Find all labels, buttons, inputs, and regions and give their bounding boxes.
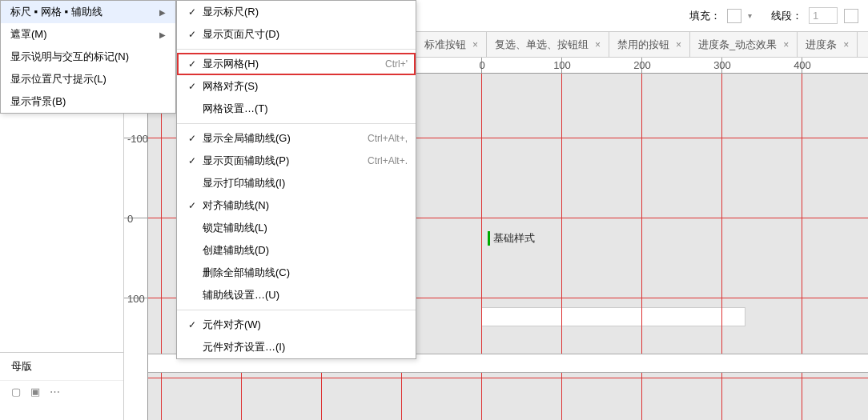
checkmark-icon: ✓ xyxy=(188,81,203,92)
submenu-item[interactable]: ✓网格对齐(S) xyxy=(177,75,416,98)
ruler-tick: 300 xyxy=(721,58,722,74)
ruler-tick: 100 xyxy=(124,298,148,298)
submenu-shortcut: Ctrl+' xyxy=(377,58,408,70)
submenu-item-label: 显示打印辅助线(I) xyxy=(203,176,400,190)
page-tab[interactable]: 标准按钮× xyxy=(416,32,487,57)
checkmark-icon: ✓ xyxy=(188,133,203,144)
submenu-item-label: 删除全部辅助线(C) xyxy=(203,266,400,280)
close-icon[interactable]: × xyxy=(472,39,478,50)
menu-item[interactable]: 显示背景(B) xyxy=(1,90,175,113)
line-width-input[interactable] xyxy=(809,7,838,24)
close-icon[interactable]: × xyxy=(783,39,789,50)
submenu-item-label: 显示页面辅助线(P) xyxy=(203,154,360,168)
submenu-item-label: 显示标尺(R) xyxy=(203,5,400,19)
page-tab[interactable]: 复选、单选、按钮组× xyxy=(487,32,609,57)
submenu-item-label: 元件对齐(W) xyxy=(203,318,400,332)
submenu-item[interactable]: ✓显示页面辅助线(P)Ctrl+Alt+. xyxy=(177,150,416,172)
sample-text-label[interactable]: 基础样式 xyxy=(484,230,538,247)
view-menu: 标尺 ▪ 网格 ▪ 辅助线▶遮罩(M)▶显示说明与交互的标记(N)显示位置尺寸提… xyxy=(0,0,176,114)
checkmark-icon: ✓ xyxy=(188,6,203,18)
submenu-item-label: 元件对齐设置…(I) xyxy=(203,340,400,354)
sample-widget-box[interactable] xyxy=(481,307,745,326)
fill-dropdown-icon[interactable]: ▾ xyxy=(748,11,752,20)
page-tab-label: 标准按钮 xyxy=(424,38,466,52)
submenu-item-label: 显示网格(H) xyxy=(203,57,377,71)
submenu-item[interactable]: 辅助线设置…(U) xyxy=(177,284,416,306)
ruler-tick: -100 xyxy=(124,138,148,138)
submenu-item[interactable]: ✓显示网格(H)Ctrl+' xyxy=(177,53,416,75)
grid-line-horizontal xyxy=(148,378,868,378)
line-swatch[interactable] xyxy=(844,9,858,23)
menu-item-label: 显示说明与交互的标记(N) xyxy=(10,50,129,64)
checkmark-icon: ✓ xyxy=(188,58,203,70)
submenu-item-label: 网格对齐(S) xyxy=(203,79,400,94)
submenu-item[interactable]: ✓元件对齐(W) xyxy=(177,314,416,336)
more-icon[interactable]: ⋯ xyxy=(50,386,60,398)
menu-item-label: 显示背景(B) xyxy=(10,94,66,109)
submenu-arrow-icon: ▶ xyxy=(159,8,166,17)
page-tabstrip: 标准按钮×复选、单选、按钮组×禁用的按钮×进度条_动态效果×进度条× xyxy=(416,32,868,58)
page-tab[interactable]: 进度条× xyxy=(798,32,858,57)
text-cursor-icon xyxy=(488,231,490,246)
line-label: 线段： xyxy=(771,9,802,23)
checkmark-icon: ✓ xyxy=(188,29,203,40)
page-tab-label: 禁用的按钮 xyxy=(617,38,669,52)
sample-text: 基础样式 xyxy=(493,231,535,246)
masters-tab[interactable]: 母版 xyxy=(0,353,123,381)
submenu-item-label: 创建辅助线(D) xyxy=(203,243,400,258)
page-tab[interactable]: 禁用的按钮× xyxy=(609,32,690,57)
submenu-item[interactable]: ✓显示标尺(R) xyxy=(177,1,416,23)
checkmark-icon: ✓ xyxy=(188,155,203,166)
submenu-item[interactable]: ✓显示页面尺寸(D) xyxy=(177,23,416,46)
page-tab-label: 进度条_动态效果 xyxy=(698,38,777,52)
masters-toolbar: ▢ ▣ ⋯ xyxy=(0,381,123,402)
submenu-item[interactable]: 创建辅助线(D) xyxy=(177,239,416,262)
submenu-item[interactable]: 网格设置…(T) xyxy=(177,98,416,120)
line-group: 线段： xyxy=(762,7,868,24)
menu-item[interactable]: 显示说明与交互的标记(N) xyxy=(1,46,175,68)
submenu-shortcut: Ctrl+Alt+. xyxy=(360,155,408,166)
menu-item[interactable]: 标尺 ▪ 网格 ▪ 辅助线▶ xyxy=(1,1,175,23)
submenu-item[interactable]: 显示打印辅助线(I) xyxy=(177,172,416,194)
left-bottom-panel: 母版 ▢ ▣ ⋯ xyxy=(0,352,124,420)
fill-group: 填充： ▾ xyxy=(680,9,762,23)
menu-item[interactable]: 显示位置尺寸提示(L) xyxy=(1,68,175,90)
fill-label: 填充： xyxy=(689,9,721,23)
close-icon[interactable]: × xyxy=(843,39,849,50)
menu-separator xyxy=(177,123,416,124)
menu-item-label: 标尺 ▪ 网格 ▪ 辅助线 xyxy=(10,5,102,19)
close-icon[interactable]: × xyxy=(595,39,601,50)
submenu-item[interactable]: ✓显示全局辅助线(G)Ctrl+Alt+, xyxy=(177,127,416,150)
submenu-arrow-icon: ▶ xyxy=(159,30,166,39)
submenu-item[interactable]: 元件对齐设置…(I) xyxy=(177,336,416,358)
submenu-item-label: 辅助线设置…(U) xyxy=(203,288,400,302)
ruler-tick: 0 xyxy=(124,218,148,218)
page-tab[interactable]: 进度条_动态效果× xyxy=(690,32,798,57)
submenu-item[interactable]: ✓对齐辅助线(N) xyxy=(177,194,416,217)
ruler-tick: 100 xyxy=(561,58,562,74)
submenu-item[interactable]: 删除全部辅助线(C) xyxy=(177,262,416,284)
submenu-item-label: 显示页面尺寸(D) xyxy=(203,27,400,42)
submenu-item-label: 锁定辅助线(L) xyxy=(203,221,400,235)
ruler-vertical[interactable]: -1000100 xyxy=(124,74,148,420)
submenu-item[interactable]: 锁定辅助线(L) xyxy=(177,217,416,239)
menu-separator xyxy=(177,310,416,310)
submenu-item-label: 显示全局辅助线(G) xyxy=(203,131,360,146)
add-page-icon[interactable]: ▢ xyxy=(11,386,21,398)
ruler-tick: 200 xyxy=(641,58,642,74)
ruler-tick: 400 xyxy=(802,58,802,74)
fill-swatch[interactable] xyxy=(727,9,741,23)
menu-item[interactable]: 遮罩(M)▶ xyxy=(1,23,175,46)
close-icon[interactable]: × xyxy=(676,39,681,50)
checkmark-icon: ✓ xyxy=(188,319,203,330)
ruler-grid-guides-submenu: ✓显示标尺(R)✓显示页面尺寸(D)✓显示网格(H)Ctrl+'✓网格对齐(S)… xyxy=(176,0,416,359)
submenu-item-label: 对齐辅助线(N) xyxy=(203,198,400,213)
ruler-tick: 0 xyxy=(481,58,482,74)
menu-separator xyxy=(177,49,416,50)
add-folder-icon[interactable]: ▣ xyxy=(30,386,40,398)
page-tab-label: 复选、单选、按钮组 xyxy=(495,38,589,52)
menu-item-label: 遮罩(M) xyxy=(10,27,47,42)
submenu-item-label: 网格设置…(T) xyxy=(203,102,400,116)
checkmark-icon: ✓ xyxy=(188,200,203,211)
page-tab-label: 进度条 xyxy=(806,38,837,52)
